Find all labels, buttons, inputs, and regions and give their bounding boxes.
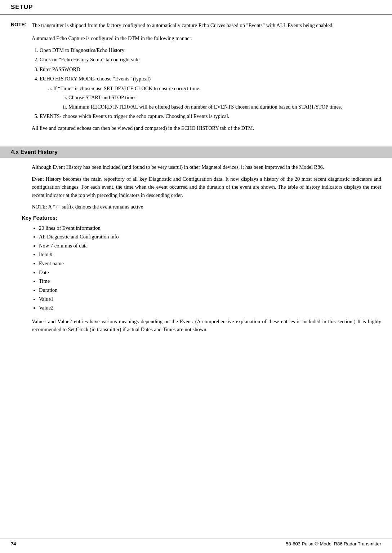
closing-text: Value1 and Value2 entries have various m… [32,317,381,334]
key-features-title: Key Features: [22,215,381,221]
page-container: SETUP NOTE: The transmitter is shipped f… [0,0,392,553]
automated-text: Automated Echo Capture is configured in … [32,34,381,42]
bullet-item: 20 lines of Event information [39,224,381,233]
bullet-item: Value1 [39,295,381,304]
step-4: ECHO HISTORY MODE- choose “Events” (typi… [40,75,381,111]
setup-title: SETUP [11,4,33,11]
step-5: EVENTS- choose which Events to trigger t… [40,112,381,120]
note-label: NOTE: [11,22,32,29]
closing-paragraph: Value1 and Value2 entries have various m… [32,317,381,334]
bullet-item: Event name [39,259,381,268]
step-4a: If “Time” is chosen use SET DEVICE CLOCK… [53,84,381,111]
note-text: The transmitter is shipped from the fact… [32,21,334,29]
live-echoes-block: All live and captured echoes can then be… [32,124,381,132]
bullet-item: Duration [39,286,381,295]
section-content-wrapper: Although Event History has been included… [0,163,392,211]
automated-para: Automated Echo Capture is configured in … [32,34,381,42]
section-header-title: 4.x Event History [11,149,58,155]
bullet-item: Now 7 columns of data [39,241,381,250]
step-4a-i: Choose START and STOP times [68,93,381,101]
section-header: 4.x Event History [0,146,392,158]
closing-wrapper: Value1 and Value2 entries have various m… [0,317,392,334]
bullet-item: Time [39,277,381,286]
section-content: Although Event History has been included… [32,163,381,211]
live-echoes-text: All live and captured echoes can then be… [32,124,381,132]
section-para1: Although Event History has been included… [32,163,381,171]
bullet-item: Date [39,268,381,277]
sub-list-alpha: If “Time” is chosen use SET DEVICE CLOCK… [47,84,381,111]
bullet-item: All Diagnostic and Configuration info [39,232,381,241]
page-footer: 74 58-603 Pulsar® Model R86 Radar Transm… [0,539,392,547]
step-1: Open DTM to Diagnostics/Echo History [40,46,381,54]
content-area: NOTE: The transmitter is shipped from th… [0,15,392,146]
setup-header: SETUP [0,0,392,15]
key-features-list: 20 lines of Event information All Diagno… [32,224,381,312]
bullet-item: Value2 [39,303,381,312]
note-block: NOTE: The transmitter is shipped from th… [11,21,381,29]
bullet-item: Item # [39,250,381,259]
step-2: Click on “Echo History Setup” tab on rig… [40,56,381,63]
section-note-suffix: NOTE: A “+” suffix denotes the event rem… [32,203,381,211]
main-steps-list: Open DTM to Diagnostics/Echo History Cli… [32,46,381,120]
step-4a-ii: Minimum RECORD INTERVAL will be offered … [68,103,381,111]
section-para2: Event History becomes the main repositor… [32,175,381,199]
sub-list-roman: Choose START and STOP times Minimum RECO… [61,93,381,111]
footer-page-num: 74 [11,541,16,547]
footer-doc-title: 58-603 Pulsar® Model R86 Radar Transmitt… [286,541,381,547]
step-3: Enter PASSWORD [40,65,381,73]
key-features-wrapper: Key Features: 20 lines of Event informat… [0,215,392,312]
